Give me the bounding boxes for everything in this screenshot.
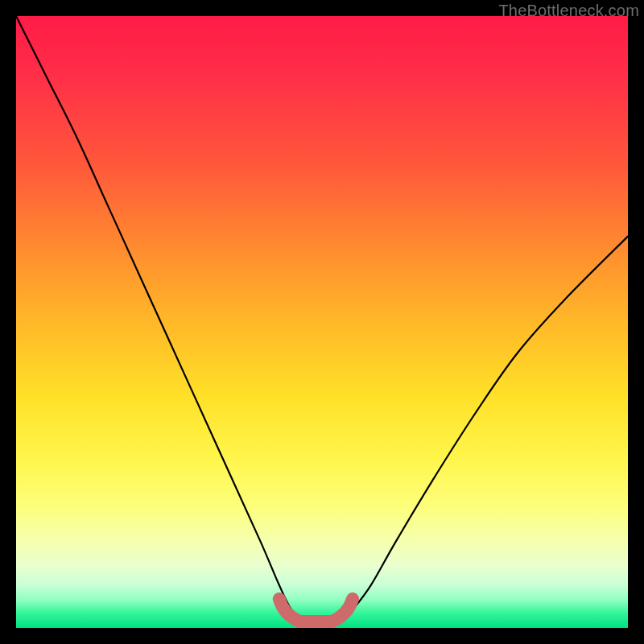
chart-stage: TheBottleneck.com	[0, 0, 644, 644]
curve-layer	[16, 16, 628, 628]
plot-area	[16, 16, 628, 628]
watermark-text: TheBottleneck.com	[498, 2, 639, 20]
minimum-marker-path	[279, 599, 353, 621]
bottleneck-curve-path	[16, 16, 628, 628]
